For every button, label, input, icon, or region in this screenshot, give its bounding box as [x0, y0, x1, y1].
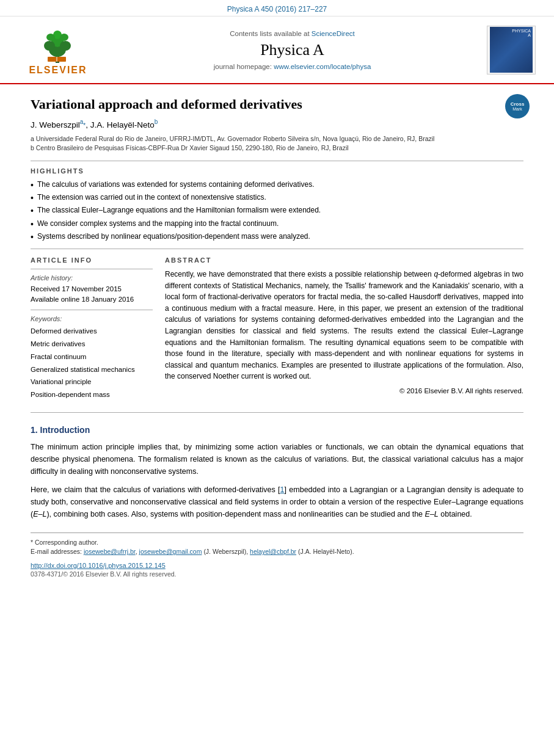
- email-label: E-mail addresses:: [31, 548, 82, 555]
- authors-line: J. Weberszpila*, J.A. Helayël-Netob Cros…: [31, 118, 523, 129]
- affiliations: a Universidade Federal Rural do Rio de J…: [31, 134, 523, 154]
- svg-point-6: [46, 34, 55, 41]
- article-info-label: ARTICLE INFO: [31, 256, 153, 264]
- cover-text: PHYSICAA: [512, 29, 531, 37]
- sciencedirect-line: Contents lists available at ScienceDirec…: [98, 30, 487, 37]
- publisher-logo: ELSEVIER: [18, 24, 98, 76]
- divider-1: [31, 161, 523, 161]
- history-label: Article history:: [31, 274, 153, 282]
- highlight-item: • The calculus of variations was extende…: [31, 180, 523, 191]
- divider-kw: [31, 310, 153, 310]
- ref-1-link[interactable]: 1: [280, 485, 285, 494]
- received-date: Received 17 November 2015: [31, 284, 153, 294]
- highlight-text-3: The classical Euler–Lagrange equations a…: [37, 205, 321, 216]
- star-note: * Corresponding author.: [31, 539, 98, 546]
- doi-link[interactable]: http://dx.doi.org/10.1016/j.physa.2015.1…: [31, 562, 166, 569]
- affiliation-a: a Universidade Federal Rural do Rio de J…: [31, 134, 523, 144]
- homepage-line: journal homepage: www.elsevier.com/locat…: [98, 63, 487, 70]
- intro-para-2: Here, we claim that the calculus of vari…: [31, 484, 523, 520]
- intro-heading: 1. Introduction: [31, 425, 523, 435]
- bullet-icon: •: [31, 180, 34, 191]
- footnote-section: * Corresponding author. E-mail addresses…: [31, 532, 523, 578]
- author1-email-ref: (J. Weberszpil),: [203, 548, 248, 555]
- keyword-6: Position-dependent mass: [31, 388, 153, 401]
- crossmark-icon: Cross Mark: [505, 94, 530, 118]
- main-content: Variational approach and deformed deriva…: [0, 84, 554, 590]
- journal-header: ELSEVIER Contents lists available at Sci…: [0, 16, 554, 84]
- homepage-link[interactable]: www.elsevier.com/locate/physa: [274, 63, 371, 70]
- abstract-text: Recently, we have demonstrated that ther…: [165, 269, 523, 382]
- elsevier-tree-icon: [32, 24, 84, 64]
- highlight-text-5: Systems described by nonlinear equations…: [37, 231, 310, 242]
- author2-name: J.A. Helayël-Neto: [90, 120, 155, 129]
- journal-cover-thumbnail: PHYSICAA: [487, 26, 536, 75]
- journal-name-section: Contents lists available at ScienceDirec…: [98, 30, 487, 70]
- svg-point-4: [60, 41, 71, 51]
- bullet-icon: •: [31, 205, 34, 216]
- introduction-section: 1. Introduction The minimum action princ…: [31, 425, 523, 520]
- bullet-icon: •: [31, 231, 34, 242]
- divider-2: [31, 249, 523, 249]
- email2-link[interactable]: josewebe@gmail.com: [139, 548, 202, 555]
- keywords-label: Keywords:: [31, 315, 153, 322]
- issn-text: 0378-4371/© 2016 Elsevier B.V. All right…: [31, 570, 523, 578]
- journal-title: Physica A: [98, 41, 487, 59]
- email3-link[interactable]: helayel@cbpf.br: [250, 548, 296, 555]
- highlights-section: HIGHLIGHTS • The calculus of variations …: [31, 167, 523, 242]
- available-date: Available online 18 January 2016: [31, 294, 153, 305]
- intro-para-1: The minimum action principle implies tha…: [31, 441, 523, 478]
- highlight-text-1: The calculus of variations was extended …: [37, 180, 315, 190]
- highlight-item: • Systems described by nonlinear equatio…: [31, 231, 523, 242]
- copyright-notice: © 2016 Elsevier B.V. All rights reserved…: [165, 387, 523, 394]
- bullet-icon: •: [31, 219, 34, 230]
- divider-info: [31, 269, 153, 269]
- elsevier-brand: ELSEVIER: [29, 65, 87, 76]
- keywords-list: Deformed derivatives Metric derivatives …: [31, 325, 153, 401]
- highlight-text-2: The extension was carried out in the con…: [37, 192, 266, 203]
- svg-point-7: [60, 34, 68, 41]
- abstract-column: ABSTRACT Recently, we have demonstrated …: [165, 256, 523, 401]
- highlight-item: • We consider complex systems and the ma…: [31, 219, 523, 230]
- cover-image: PHYSICAA: [490, 27, 533, 73]
- author1-name: J. Weberszpil: [31, 120, 80, 129]
- article-info-abstract: ARTICLE INFO Article history: Received 1…: [31, 256, 523, 401]
- crossmark-badge: Cross Mark: [505, 94, 530, 118]
- highlight-text-4: We consider complex systems and the mapp…: [37, 219, 279, 229]
- highlight-item: • The classical Euler–Lagrange equations…: [31, 205, 523, 216]
- keyword-2: Metric derivatives: [31, 338, 153, 351]
- author2-affil: b: [155, 118, 158, 125]
- keyword-3: Fractal continuum: [31, 351, 153, 363]
- keyword-1: Deformed derivatives: [31, 325, 153, 338]
- divider-3: [31, 412, 523, 413]
- doi-line: http://dx.doi.org/10.1016/j.physa.2015.1…: [31, 561, 523, 570]
- keyword-5: Variational principle: [31, 376, 153, 388]
- email1-link[interactable]: josewebe@ufrrj.br: [84, 548, 136, 555]
- highlights-label: HIGHLIGHTS: [31, 167, 523, 175]
- journal-citation: Physica A 450 (2016) 217–227: [0, 0, 554, 16]
- abstract-label: ABSTRACT: [165, 256, 523, 264]
- corresponding-note: * Corresponding author.: [31, 538, 523, 548]
- elsevier-logo: ELSEVIER: [18, 24, 98, 76]
- highlight-item: • The extension was carried out in the c…: [31, 192, 523, 203]
- sciencedirect-link[interactable]: ScienceDirect: [312, 30, 355, 37]
- author2-email-ref: (J.A. Helayël-Neto).: [298, 548, 354, 555]
- affiliation-b: b Centro Brasileiro de Pesquisas Físicas…: [31, 144, 523, 153]
- svg-point-3: [44, 41, 55, 51]
- keyword-4: Generalized statistical mechanics: [31, 363, 153, 376]
- paper-title: Variational approach and deformed deriva…: [31, 96, 523, 112]
- bullet-icon: •: [31, 192, 34, 203]
- article-info-column: ARTICLE INFO Article history: Received 1…: [31, 256, 153, 401]
- email-note: E-mail addresses: josewebe@ufrrj.br, jos…: [31, 547, 523, 557]
